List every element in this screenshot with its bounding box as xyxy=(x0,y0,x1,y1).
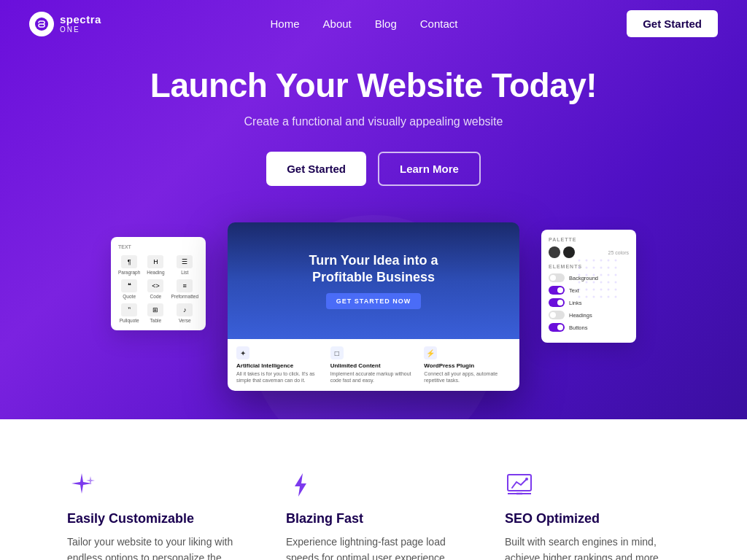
feature-customizable-desc: Tailor your website to your liking with … xyxy=(67,534,242,560)
brand-name-one: one xyxy=(60,26,101,34)
preview-features-row: ✦ Artificial Intelligence All it takes i… xyxy=(228,339,519,391)
grid-item-heading: H Heading xyxy=(144,255,166,275)
logo-icon xyxy=(29,12,54,36)
hero-subtitle: Create a functional and visually appeali… xyxy=(244,115,503,128)
preview-main-image: Turn Your Idea into aProfitable Business… xyxy=(228,222,519,339)
feature-seo-title: SEO Optimized xyxy=(505,511,680,526)
feature-customizable-title: Easily Customizable xyxy=(67,511,242,526)
preview-left-title: TEXT xyxy=(118,244,198,249)
brand-name-spectra: spectra xyxy=(60,14,101,26)
bolt-icon xyxy=(286,470,315,499)
navbar-get-started-button[interactable]: Get Started xyxy=(627,10,718,37)
element-row-links: Links xyxy=(549,298,629,307)
hero-learn-more-button[interactable]: Learn More xyxy=(378,152,481,186)
grid-item-quote: ❝ Quote xyxy=(118,279,140,299)
toggle-buttons[interactable] xyxy=(549,323,565,332)
elements-title: ELEMENTS xyxy=(549,264,629,269)
element-row-text: Text xyxy=(549,286,629,295)
preview-main-card: Turn Your Idea into aProfitable Business… xyxy=(228,222,519,391)
toggle-headings[interactable] xyxy=(549,311,565,319)
preview-feature-plugin: ⚡ WordPress Plugin Connect all your apps… xyxy=(424,346,511,384)
preview-feature-ai: ✦ Artificial Intelligence All it takes i… xyxy=(236,346,323,384)
preview-main-title: Turn Your Idea into aProfitable Business xyxy=(309,252,438,287)
svg-rect-3 xyxy=(508,475,531,491)
toggle-links[interactable] xyxy=(549,298,565,307)
svg-point-4 xyxy=(525,478,528,481)
nav-home[interactable]: Home xyxy=(271,18,300,30)
navbar: spectra one Home About Blog Contact Get … xyxy=(0,0,747,47)
feature-seo-desc: Built with search engines in mind, achie… xyxy=(505,534,680,560)
hero-preview: TEXT ¶ Paragraph H Heading ☰ List ❝ Quot… xyxy=(111,222,636,419)
element-row-buttons: Buttons xyxy=(549,323,629,332)
nav-contact[interactable]: Contact xyxy=(420,18,458,30)
hero-get-started-button[interactable]: Get Started xyxy=(266,152,366,186)
toggle-text[interactable] xyxy=(549,286,565,295)
feature-fast-desc: Experience lightning-fast page load spee… xyxy=(286,534,461,560)
nav-blog[interactable]: Blog xyxy=(375,18,397,30)
features-section: Easily Customizable Tailor your website … xyxy=(0,419,747,560)
preview-palette-title: PALETTE xyxy=(549,237,629,242)
grid-item-paragraph: ¶ Paragraph xyxy=(118,255,140,275)
element-row-headings: Headings xyxy=(549,311,629,319)
ai-icon: ✦ xyxy=(236,346,249,359)
plugin-icon: ⚡ xyxy=(424,346,437,359)
chart-icon xyxy=(505,470,534,499)
feature-seo: SEO Optimized Built with search engines … xyxy=(505,470,680,560)
palette-circle-dark xyxy=(549,246,560,258)
nav-links: Home About Blog Contact xyxy=(271,18,458,31)
feature-customizable: Easily Customizable Tailor your website … xyxy=(67,470,242,560)
palette-row: 25 colors xyxy=(549,246,629,258)
grid-item-preformatted: ≡ Preformatted xyxy=(171,279,198,299)
grid-item-table: ⊞ Table xyxy=(144,303,166,323)
grid-item-list: ☰ List xyxy=(171,255,198,275)
hero-section: Launch Your Website Today! Create a func… xyxy=(0,0,747,419)
element-row-background: Background xyxy=(549,273,629,282)
preview-left-panel: TEXT ¶ Paragraph H Heading ☰ List ❝ Quot… xyxy=(111,237,206,330)
feature-fast-title: Blazing Fast xyxy=(286,511,461,526)
preview-feature-content: □ Unlimited Content Implement accurate m… xyxy=(330,346,417,384)
preview-right-panel: PALETTE 25 colors ELEMENTS Background Te… xyxy=(541,230,636,343)
grid-item-code: <> Code xyxy=(144,279,166,299)
content-icon: □ xyxy=(330,346,344,359)
hero-buttons: Get Started Learn More xyxy=(266,152,481,186)
grid-item-verse: ♪ Verse xyxy=(171,303,198,323)
preview-grid: ¶ Paragraph H Heading ☰ List ❝ Quote <> xyxy=(118,255,198,323)
palette-circle-darker xyxy=(563,246,575,258)
palette-count: 25 colors xyxy=(608,250,629,255)
nav-about[interactable]: About xyxy=(323,18,352,30)
toggle-background[interactable] xyxy=(549,273,565,282)
preview-main-cta-button[interactable]: GET STARTED NOW xyxy=(326,293,421,309)
sparkle-icon xyxy=(67,470,96,499)
hero-title: Launch Your Website Today! xyxy=(150,66,597,105)
logo[interactable]: spectra one xyxy=(29,12,101,36)
feature-fast: Blazing Fast Experience lightning-fast p… xyxy=(286,470,461,560)
grid-item-pullquote: ‟ Pullquote xyxy=(118,303,140,323)
